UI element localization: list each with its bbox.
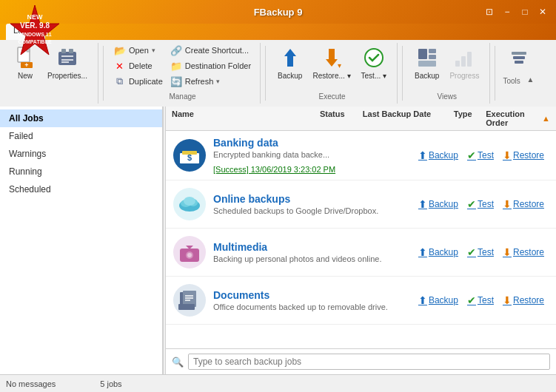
test-check-icon4: ✔ bbox=[467, 294, 476, 306]
banking-name[interactable]: Banking data bbox=[213, 137, 412, 149]
sidebar-item-scheduled[interactable]: Scheduled bbox=[0, 180, 162, 198]
manage-left: 📂 Open ▾ ✕ Delete ⧉ Duplicate bbox=[111, 43, 166, 89]
ribbon-tabs: Layout bbox=[0, 24, 556, 40]
documents-test-label: Test bbox=[478, 295, 494, 305]
close-btn-title[interactable]: ✕ bbox=[535, 4, 550, 19]
new-label: New bbox=[18, 72, 33, 80]
sidebar-item-all-jobs[interactable]: All Jobs bbox=[0, 109, 162, 127]
multimedia-restore-link[interactable]: ⬇ Restore bbox=[503, 246, 544, 258]
new-badge: NEW VER. 9.8 WINDOWS 11 COMPATIBLE bbox=[1, 1, 68, 68]
online-test-link[interactable]: ✔ Test bbox=[467, 198, 494, 210]
test-icon bbox=[362, 46, 386, 70]
backup-execute-button[interactable]: Backup bbox=[273, 43, 307, 83]
restore-down-icon3: ⬇ bbox=[503, 246, 512, 258]
tools-button[interactable] bbox=[503, 43, 535, 72]
sidebar-item-running[interactable]: Running bbox=[0, 163, 162, 180]
svg-rect-19 bbox=[418, 49, 427, 59]
title-bar: NEW VER. 9.8 WINDOWS 11 COMPATIBLE FBack… bbox=[0, 0, 556, 24]
restore-btn-title[interactable]: ⊡ bbox=[482, 4, 497, 19]
open-button[interactable]: 📂 Open ▾ bbox=[111, 43, 166, 58]
backup-view-icon bbox=[415, 46, 439, 70]
svg-rect-11 bbox=[69, 49, 73, 53]
job-item-online: Online backups Scheduled backups to Goog… bbox=[166, 180, 556, 229]
job-item-banking: $ Banking data Encrypted banking data ba… bbox=[166, 131, 556, 180]
refresh-button[interactable]: 🔄 Refresh ▾ bbox=[167, 74, 254, 89]
svg-rect-21 bbox=[429, 55, 436, 59]
search-bar: 🔍 bbox=[166, 348, 556, 374]
multimedia-restore-label: Restore bbox=[513, 247, 544, 257]
create-shortcut-label: Create Shortcut... bbox=[185, 46, 249, 55]
backup-view-button[interactable]: Backup bbox=[410, 43, 443, 83]
sep1 bbox=[103, 46, 104, 101]
main-layout: All Jobs Failed Warnings Running Schedul… bbox=[0, 107, 556, 374]
col-header-date: Last Backup Date bbox=[363, 109, 454, 127]
backup-up-icon4: ⬆ bbox=[418, 294, 427, 306]
sep4 bbox=[495, 46, 495, 101]
documents-backup-label: Backup bbox=[429, 295, 458, 305]
multimedia-test-link[interactable]: ✔ Test bbox=[467, 246, 494, 258]
table-header: Name Status Last Backup Date Type Execut… bbox=[166, 107, 556, 131]
group-execute-items: Backup ▾ Restore... ▾ Tes bbox=[273, 43, 391, 91]
online-name[interactable]: Online backups bbox=[213, 193, 412, 205]
maximize-btn-title[interactable]: □ bbox=[518, 4, 532, 19]
multimedia-name[interactable]: Multimedia bbox=[213, 241, 412, 253]
col-header-type: Type bbox=[454, 109, 486, 127]
dest-folder-icon: 📁 bbox=[170, 60, 182, 72]
refresh-label: Refresh bbox=[185, 77, 214, 86]
group-manage: 📂 Open ▾ ✕ Delete ⧉ Duplicate 🔗 Create S… bbox=[108, 43, 261, 104]
documents-name[interactable]: Documents bbox=[213, 289, 412, 301]
delete-button[interactable]: ✕ Delete bbox=[111, 58, 166, 73]
window-controls: ⊡ − □ ✕ bbox=[482, 4, 550, 19]
destination-folder-button[interactable]: 📁 Destination Folder bbox=[167, 58, 254, 73]
online-desc: Scheduled backups to Google Drive/Dropbo… bbox=[213, 206, 412, 215]
documents-details: Documents Office documents backed up to … bbox=[213, 289, 412, 311]
progress-button[interactable]: Progress bbox=[445, 43, 483, 83]
multimedia-details: Multimedia Backing up personal photos an… bbox=[213, 241, 412, 263]
destination-label: Destination Folder bbox=[185, 61, 251, 70]
banking-status[interactable]: [Success] 13/06/2019 3:23:02 PM bbox=[213, 165, 335, 174]
duplicate-button[interactable]: ⧉ Duplicate bbox=[111, 74, 166, 89]
svg-rect-23 bbox=[455, 61, 460, 67]
documents-backup-link[interactable]: ⬆ Backup bbox=[418, 294, 458, 306]
restore-button[interactable]: ▾ Restore... ▾ bbox=[308, 43, 355, 83]
sidebar-item-failed[interactable]: Failed bbox=[0, 127, 162, 145]
minimize-btn-title[interactable]: − bbox=[500, 4, 515, 19]
tools-collapse-arrow[interactable]: ▲ bbox=[525, 74, 535, 85]
svg-rect-48 bbox=[178, 304, 195, 310]
online-details: Online backups Scheduled backups to Goog… bbox=[213, 193, 412, 215]
multimedia-actions: ⬆ Backup ✔ Test ⬇ Restore bbox=[418, 246, 544, 258]
documents-test-link[interactable]: ✔ Test bbox=[467, 294, 494, 306]
job-list: $ Banking data Encrypted banking data ba… bbox=[166, 131, 556, 348]
duplicate-label: Duplicate bbox=[129, 77, 163, 86]
banking-backup-link[interactable]: ⬆ Backup bbox=[418, 149, 458, 161]
test-label: Test... ▾ bbox=[361, 72, 386, 80]
svg-rect-24 bbox=[461, 56, 466, 67]
create-shortcut-button[interactable]: 🔗 Create Shortcut... bbox=[167, 43, 254, 58]
svg-text:VER. 9.8: VER. 9.8 bbox=[20, 21, 50, 30]
svg-rect-27 bbox=[512, 52, 526, 55]
banking-test-link[interactable]: ✔ Test bbox=[467, 149, 494, 161]
multimedia-backup-link[interactable]: ⬆ Backup bbox=[418, 246, 458, 258]
sidebar-item-warnings[interactable]: Warnings bbox=[0, 145, 162, 163]
col-header-name: Name bbox=[172, 109, 320, 127]
backup-up-icon: ⬆ bbox=[418, 149, 427, 161]
online-backup-link[interactable]: ⬆ Backup bbox=[418, 198, 458, 210]
svg-rect-26 bbox=[513, 56, 525, 59]
duplicate-icon: ⧉ bbox=[114, 75, 126, 87]
test-check-icon3: ✔ bbox=[467, 246, 476, 258]
content-area: Name Status Last Backup Date Type Execut… bbox=[166, 107, 556, 374]
svg-rect-20 bbox=[429, 49, 436, 53]
open-caret: ▾ bbox=[152, 47, 155, 54]
refresh-caret: ▾ bbox=[216, 78, 220, 85]
group-tools-items: Tools ▲ bbox=[503, 43, 535, 101]
open-icon: 📂 bbox=[114, 44, 126, 56]
online-actions: ⬆ Backup ✔ Test ⬇ Restore bbox=[418, 198, 544, 210]
documents-restore-link[interactable]: ⬇ Restore bbox=[503, 294, 544, 306]
multimedia-desc: Backing up personal photos and videos on… bbox=[213, 254, 412, 263]
online-restore-link[interactable]: ⬇ Restore bbox=[503, 198, 544, 210]
sort-asc-icon: ▲ bbox=[542, 114, 550, 123]
search-input[interactable] bbox=[188, 354, 550, 370]
banking-restore-link[interactable]: ⬇ Restore bbox=[503, 149, 544, 161]
status-messages: No messages bbox=[6, 379, 56, 388]
test-button[interactable]: Test... ▾ bbox=[357, 43, 391, 83]
